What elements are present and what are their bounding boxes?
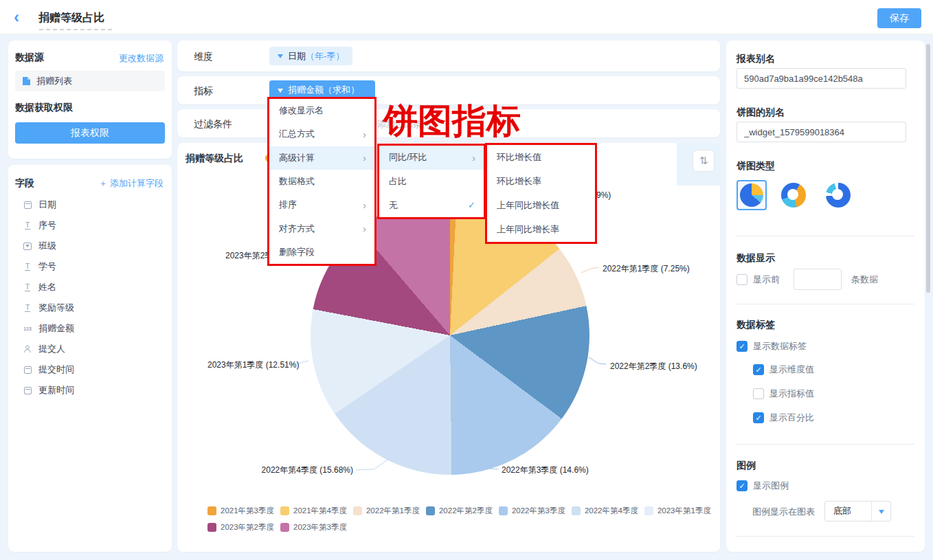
- chevron-down-icon: [278, 54, 283, 61]
- add-calc-field-link[interactable]: ＋ 添加计算字段: [98, 177, 164, 190]
- page-title: 捐赠等级占比: [38, 11, 104, 25]
- show-data-labels-row: 显示数据标签: [737, 340, 807, 352]
- datasource-card: 数据源 更改数据源 捐赠列表 数据获取权限 报表权限: [8, 41, 172, 159]
- check-icon: ✓: [468, 200, 475, 210]
- submenu-item-mom-growth-value[interactable]: 环比增长值: [487, 145, 595, 169]
- dimension-pill[interactable]: 日期 （年-季）: [269, 47, 352, 65]
- divider: [737, 304, 914, 304]
- data-labels-label: 数据标签: [737, 319, 775, 331]
- report-alias-input[interactable]: [737, 68, 906, 89]
- filter-label: 过滤条件: [194, 118, 232, 131]
- chevron-down-icon: [278, 89, 283, 96]
- submenu-item-mom-growth-rate[interactable]: 环比增长率: [487, 169, 595, 193]
- pie-alias-label: 饼图的别名: [737, 107, 785, 119]
- yoy-mom-submenu: 环比增长值 环比增长率 上年同比增长值 上年同比增长率: [485, 143, 597, 244]
- legend-position-select[interactable]: 底部: [824, 501, 891, 522]
- show-first-checkbox[interactable]: [737, 274, 747, 285]
- field-item-serial[interactable]: T序号: [22, 218, 166, 233]
- fields-label: 字段: [15, 177, 34, 190]
- pie-type-option-ring[interactable]: [826, 183, 851, 208]
- legend-item[interactable]: 2023年第2季度: [207, 522, 274, 533]
- legend-item[interactable]: 2022年第2季度: [426, 506, 493, 516]
- menu-item-advanced-calc[interactable]: 高级计算›: [269, 146, 374, 170]
- legend-item[interactable]: 2022年第4季度: [572, 506, 638, 516]
- metric-label: 指标: [194, 85, 213, 98]
- field-item-update-time[interactable]: 更新时间: [22, 383, 166, 398]
- data-display-label: 数据显示: [737, 252, 775, 265]
- field-item-award-level[interactable]: T奖励等级: [22, 300, 166, 315]
- scrollbar-thumb[interactable]: [926, 44, 930, 293]
- show-first-row: 显示前 条数据: [737, 269, 878, 290]
- settings-panel: 报表别名 饼图的别名 饼图类型 数据显示 显示前 条数据 数据标签 显示数据标签…: [726, 41, 925, 552]
- show-percent-checkbox[interactable]: [753, 412, 764, 423]
- rows-suffix-label: 条数据: [851, 273, 878, 286]
- plus-icon: ＋: [98, 178, 110, 188]
- donut-icon: [781, 183, 806, 208]
- field-item-student-id[interactable]: T学号: [22, 259, 166, 274]
- divider: [737, 444, 914, 445]
- legend-item[interactable]: 2021年第4季度: [280, 506, 347, 516]
- pie-type-option-donut[interactable]: [781, 183, 806, 208]
- show-metric-checkbox[interactable]: [753, 388, 764, 399]
- metric-row: 指标 捐赠金额（求和）: [177, 76, 720, 104]
- submenu-item-yoy-growth-rate[interactable]: 上年同比增长率: [487, 218, 595, 242]
- legend-item[interactable]: 2022年第3季度: [499, 506, 565, 516]
- pie-type-option-pie[interactable]: [737, 180, 767, 210]
- calendar-icon: [22, 385, 33, 395]
- calendar-icon: [22, 200, 33, 210]
- legend-item[interactable]: 2022年第1季度: [353, 506, 420, 516]
- field-item-class[interactable]: 班级: [22, 238, 166, 254]
- datasource-table-item[interactable]: 捐赠列表: [15, 71, 165, 91]
- chevron-right-icon: ›: [363, 129, 366, 139]
- chart-legend-row-2: 2023年第2季度 2023年第3季度: [207, 522, 347, 533]
- metric-context-menu: 修改显示名 汇总方式› 高级计算› 数据格式 排序› 对齐方式› 删除字段: [267, 97, 376, 266]
- show-legend-checkbox[interactable]: [737, 480, 747, 491]
- pie-label-2022q1: 2022年第1季度 (7.25%): [603, 264, 690, 273]
- legend-item[interactable]: 2023年第3季度: [280, 522, 347, 533]
- menu-item-delete-field[interactable]: 删除字段: [269, 240, 374, 264]
- pie-label-2022q2: 2022年第2季度 (13.6%): [610, 361, 697, 371]
- dimension-label: 维度: [194, 51, 213, 63]
- show-data-labels-checkbox[interactable]: [737, 341, 747, 352]
- legend-section-label: 图例: [737, 460, 756, 472]
- data-access-label: 数据获取权限: [15, 102, 73, 114]
- legend-item[interactable]: 2023年第1季度: [644, 506, 711, 516]
- field-item-submit-time[interactable]: 提交时间: [22, 362, 166, 377]
- change-datasource-link[interactable]: 更改数据源: [119, 52, 164, 65]
- field-item-donation-amount[interactable]: 123捐赠金额: [22, 321, 166, 336]
- menu-item-align[interactable]: 对齐方式›: [269, 216, 374, 240]
- user-icon: [22, 344, 33, 354]
- submenu-item-yoy-growth-value[interactable]: 上年同比增长值: [487, 194, 595, 218]
- chevron-down-icon: [871, 502, 890, 521]
- row-count-input[interactable]: [794, 269, 842, 290]
- text-icon: T: [22, 282, 33, 292]
- submenu-item-none[interactable]: 无✓: [379, 193, 484, 217]
- save-button[interactable]: 保存: [877, 8, 921, 28]
- pie-alias-input[interactable]: [737, 122, 906, 142]
- menu-item-rename[interactable]: 修改显示名: [269, 99, 374, 122]
- legend-position-label: 图例显示在图表: [752, 506, 815, 518]
- field-item-date[interactable]: 日期: [22, 197, 166, 212]
- pie-label-2023q1: 2023年第1季度 (12.51%): [207, 360, 299, 370]
- show-dimension-checkbox[interactable]: [753, 364, 764, 375]
- chevron-right-icon: ›: [363, 153, 366, 163]
- pie-icon: [740, 183, 763, 207]
- ring-icon: [826, 183, 851, 208]
- sort-button[interactable]: ⇅: [693, 150, 715, 172]
- legend-position-value: 底部: [825, 505, 871, 517]
- top-bar: ‹ 捐赠等级占比 保存: [0, 0, 933, 34]
- menu-item-sort[interactable]: 排序›: [269, 193, 374, 216]
- show-percent-row: 显示百分比: [753, 412, 814, 424]
- field-item-name[interactable]: T姓名: [22, 280, 166, 295]
- chart-legend-row-1: 2021年第3季度 2021年第4季度 2022年第1季度 2022年第2季度 …: [207, 506, 711, 516]
- field-item-submitter[interactable]: 提交人: [22, 341, 166, 357]
- back-icon[interactable]: ‹: [14, 9, 29, 25]
- menu-item-data-format[interactable]: 数据格式: [269, 170, 374, 193]
- text-icon: T: [22, 303, 33, 313]
- pie-label-2023q2-fragment: 2023年第2季: [225, 251, 273, 260]
- report-permission-button[interactable]: 报表权限: [15, 122, 165, 144]
- menu-item-aggregation[interactable]: 汇总方式›: [269, 122, 374, 146]
- submenu-item-yoy-mom[interactable]: 同比/环比›: [379, 146, 484, 170]
- submenu-item-proportion[interactable]: 占比: [379, 170, 484, 194]
- legend-item[interactable]: 2021年第3季度: [207, 506, 274, 516]
